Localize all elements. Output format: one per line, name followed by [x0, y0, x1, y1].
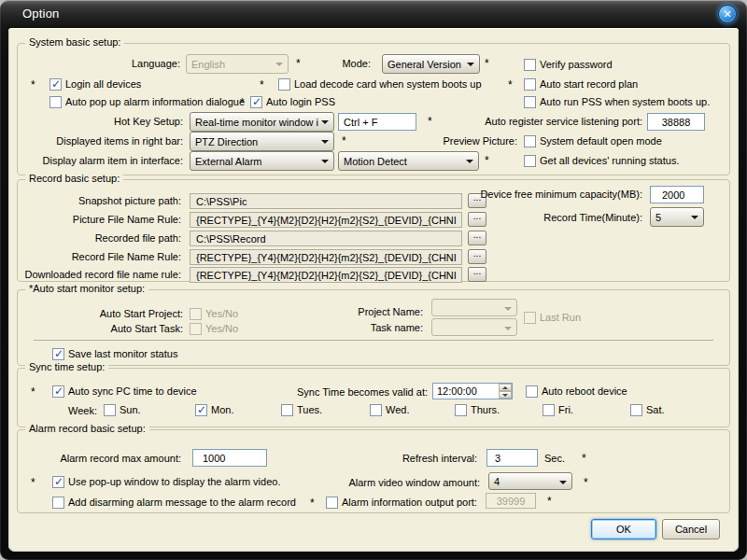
- checkbox-week-mon[interactable]: Mon.: [195, 403, 233, 416]
- checkbox-add-disarming-message[interactable]: Add disarming alarm message to the alarm…: [52, 496, 296, 509]
- checkbox-label: Get all devices' running status.: [540, 155, 679, 166]
- hotkey-value-input[interactable]: Ctrl + F: [338, 113, 416, 131]
- checkbox-box: [104, 404, 116, 416]
- min-capacity-input[interactable]: 2000: [650, 186, 704, 203]
- checkbox-week-fri[interactable]: Fri.: [543, 403, 573, 416]
- snapshot-path-label: Snapshot picture path:: [18, 195, 181, 206]
- checkbox-label: Wed.: [386, 404, 409, 415]
- alarm-item-select-1[interactable]: External Alarm: [190, 151, 334, 171]
- checkbox-label: Mon.: [211, 404, 233, 415]
- spin-down-icon[interactable]: [499, 391, 512, 399]
- checkbox-label: Verify password: [540, 59, 613, 70]
- refresh-interval-input[interactable]: 3: [486, 449, 538, 467]
- sync-time-value: 12:00:00: [433, 384, 499, 399]
- checkbox-system-default-open-mode[interactable]: System default open mode: [524, 134, 662, 147]
- checkbox-label: Add disarming alarm message to the alarm…: [68, 497, 296, 508]
- language-label: Language:: [46, 58, 180, 69]
- snapshot-path-field[interactable]: C:\PSS\Pic: [190, 193, 462, 209]
- checkbox-box: [250, 96, 262, 108]
- checkbox-auto-start-record-plan[interactable]: Auto start record plan: [524, 77, 638, 91]
- sync-time-spinner[interactable]: 12:00:00: [432, 383, 513, 399]
- checkbox-label: System default open mode: [540, 135, 662, 147]
- checkbox-label: Save last monitor status: [68, 348, 177, 359]
- titlebar[interactable]: Option ✕: [0, 0, 747, 28]
- alarm-window-amount-select[interactable]: 4: [488, 472, 572, 490]
- alarm-item-select-2[interactable]: Motion Detect: [338, 151, 479, 171]
- checkbox-popup-alarm-video[interactable]: Use pop-up window to display the alarm v…: [52, 475, 280, 488]
- listening-port-input[interactable]: 38888: [647, 113, 705, 131]
- checkbox-week-thurs[interactable]: Thurs.: [455, 403, 500, 416]
- group-record-basic-setup: Record basic setup: Snapshot picture pat…: [17, 179, 730, 282]
- downloaded-rule-label: Downloaded record file name rule:: [18, 269, 181, 280]
- language-select: English: [186, 54, 289, 74]
- recorded-path-field[interactable]: C:\PSS\Record: [190, 231, 462, 246]
- required-asterisk: *: [260, 78, 264, 91]
- checkbox-box: [524, 135, 536, 147]
- checkbox-box: [52, 385, 64, 398]
- alarm-window-amount-label: Alarm video window amount:: [345, 477, 480, 488]
- week-label: Week:: [36, 405, 97, 416]
- refresh-interval-label: Refresh interval:: [356, 453, 477, 464]
- checkbox-verify-password[interactable]: Verify password: [524, 58, 613, 71]
- checkbox-box: [524, 155, 536, 167]
- record-time-select[interactable]: 5: [650, 207, 704, 227]
- required-asterisk: *: [582, 452, 586, 465]
- required-asterisk: *: [584, 476, 588, 489]
- checkbox-box: [370, 404, 382, 416]
- right-bar-items-select[interactable]: PTZ Direction: [190, 132, 334, 151]
- required-asterisk: *: [547, 495, 552, 508]
- checkbox-login-all-devices[interactable]: Login all devices: [49, 77, 141, 91]
- checkbox-auto-popup-alarm-dialogue[interactable]: Auto pop up alarm information dialogue: [49, 95, 245, 108]
- browse-button[interactable]: ...: [468, 231, 486, 245]
- checkbox-load-decode-card[interactable]: Load decode card when system boots up: [278, 77, 482, 91]
- alarm-max-amount-label: Alarm record max amount:: [18, 453, 181, 464]
- mode-select[interactable]: General Version: [382, 54, 480, 74]
- browse-button[interactable]: ...: [468, 249, 486, 264]
- checkbox-label: Auto pop up alarm information dialogue: [65, 96, 245, 107]
- checkbox-box: [49, 96, 62, 108]
- checkbox-save-last-monitor-status[interactable]: Save last monitor status: [52, 347, 177, 360]
- listening-port-label: Auto register service listening port:: [444, 116, 642, 127]
- spinner-arrows: [499, 384, 512, 399]
- record-rule-field[interactable]: {RECTYPE}_{Y4}{M2}{D2}{H2}{m2}{S2}_{DEVI…: [190, 249, 462, 265]
- cancel-button[interactable]: Cancel: [662, 519, 720, 539]
- checkbox-box: [195, 404, 207, 416]
- picture-rule-field[interactable]: {RECTYPE}_{Y4}{M2}{D2}{H2}{m2}{S2}_{DEVI…: [190, 212, 462, 228]
- checkbox-week-wed[interactable]: Wed.: [370, 403, 409, 416]
- checkbox-box: [52, 348, 64, 360]
- auto-start-project-label: Auto Start Project:: [52, 308, 183, 319]
- checkbox-label: Tues.: [297, 404, 322, 415]
- alarm-max-amount-input[interactable]: 1000: [192, 449, 267, 467]
- ok-button[interactable]: OK: [591, 519, 656, 539]
- checkbox-auto-sync-pc-time[interactable]: Auto sync PC time to device: [52, 385, 197, 398]
- option-dialog: Option ✕ System basic setup: Language: E…: [0, 0, 747, 560]
- checkbox-box: [52, 476, 64, 488]
- browse-button[interactable]: ...: [468, 212, 486, 227]
- downloaded-rule-field[interactable]: {RECTYPE}_{Y4}{M2}{D2}{H2}{m2}{S2}_{DEVI…: [190, 267, 462, 283]
- checkbox-auto-reboot-device[interactable]: Auto reboot device: [526, 385, 627, 398]
- checkbox-auto-start-project: Yes/No: [190, 307, 238, 320]
- required-asterisk: *: [31, 78, 35, 91]
- required-asterisk: *: [31, 385, 35, 399]
- checkbox-week-tues[interactable]: Tues.: [281, 403, 322, 416]
- window-title: Option: [22, 7, 60, 21]
- checkbox-label: Yes/No: [205, 323, 238, 334]
- checkbox-label: Auto login PSS: [266, 96, 335, 107]
- browse-button[interactable]: ...: [468, 267, 486, 282]
- checkbox-label: Fri.: [558, 404, 573, 415]
- spin-up-icon[interactable]: [499, 384, 512, 391]
- checkbox-week-sun[interactable]: Sun.: [104, 403, 141, 416]
- task-name-select: [431, 318, 517, 336]
- close-button[interactable]: ✕: [718, 5, 737, 23]
- checkbox-get-running-status[interactable]: Get all devices' running status.: [524, 154, 679, 167]
- required-asterisk: *: [485, 57, 489, 70]
- group-title: *Auto start monitor setup:: [25, 283, 148, 294]
- hotkey-action-select[interactable]: Real-time monitor window i: [190, 112, 334, 132]
- checkbox-auto-login-pss[interactable]: Auto login PSS: [250, 95, 335, 108]
- checkbox-box: [281, 404, 293, 416]
- checkbox-auto-run-pss[interactable]: Auto run PSS when system boots up.: [524, 95, 710, 108]
- checkbox-week-sat[interactable]: Sat.: [630, 403, 665, 416]
- checkbox-label: Login all devices: [65, 78, 141, 90]
- checkbox-box: [524, 78, 536, 91]
- checkbox-alarm-output-port[interactable]: Alarm information output port:: [326, 496, 477, 509]
